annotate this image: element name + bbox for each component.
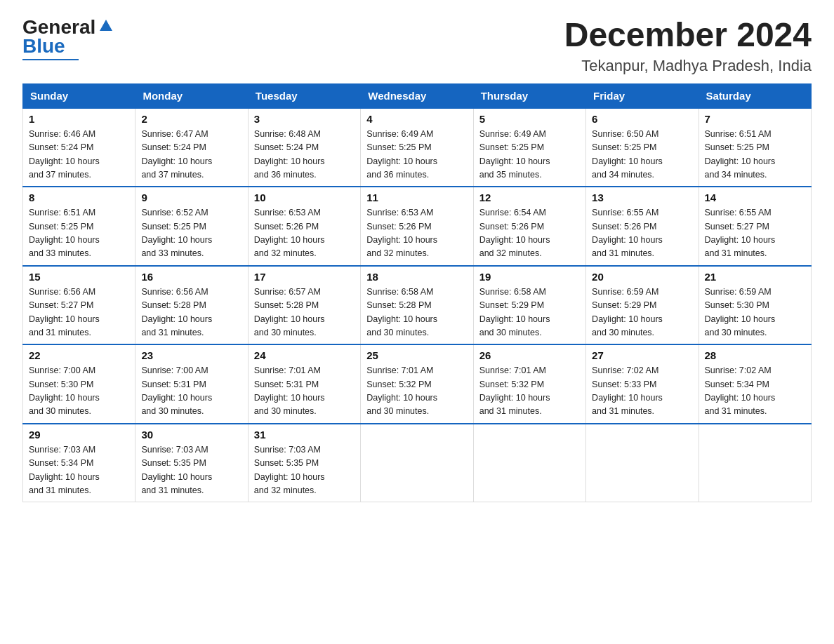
day-number: 20 <box>592 271 692 283</box>
day-info: Sunrise: 6:56 AM Sunset: 5:28 PM Dayligh… <box>141 286 241 340</box>
day-info: Sunrise: 6:46 AM Sunset: 5:24 PM Dayligh… <box>29 128 129 182</box>
calendar-cell: 10 Sunrise: 6:53 AM Sunset: 5:26 PM Dayl… <box>248 187 360 266</box>
calendar-cell: 19 Sunrise: 6:58 AM Sunset: 5:29 PM Dayl… <box>473 266 585 345</box>
day-number: 25 <box>366 349 467 361</box>
logo-blue-text: Blue <box>22 36 65 58</box>
calendar-cell: 20 Sunrise: 6:59 AM Sunset: 5:29 PM Dayl… <box>586 266 699 345</box>
day-info: Sunrise: 6:51 AM Sunset: 5:25 PM Dayligh… <box>705 128 805 182</box>
day-info: Sunrise: 7:01 AM Sunset: 5:32 PM Dayligh… <box>479 364 580 419</box>
title-block: December 2024 Tekanpur, Madhya Pradesh, … <box>564 17 812 75</box>
calendar-cell <box>361 424 473 502</box>
calendar-cell: 3 Sunrise: 6:48 AM Sunset: 5:24 PM Dayli… <box>248 108 360 187</box>
calendar-cell <box>586 424 699 502</box>
calendar-cell: 23 Sunrise: 7:00 AM Sunset: 5:31 PM Dayl… <box>135 344 248 424</box>
day-info: Sunrise: 7:03 AM Sunset: 5:34 PM Dayligh… <box>29 443 129 498</box>
day-of-week-header-tuesday: Tuesday <box>248 83 360 108</box>
calendar-cell: 6 Sunrise: 6:50 AM Sunset: 5:25 PM Dayli… <box>586 108 699 187</box>
calendar-week-row: 1 Sunrise: 6:46 AM Sunset: 5:24 PM Dayli… <box>23 108 812 187</box>
calendar-header-row: SundayMondayTuesdayWednesdayThursdayFrid… <box>23 83 812 108</box>
calendar-cell: 4 Sunrise: 6:49 AM Sunset: 5:25 PM Dayli… <box>361 108 473 187</box>
calendar-cell: 14 Sunrise: 6:55 AM Sunset: 5:27 PM Dayl… <box>699 187 811 266</box>
calendar-cell: 7 Sunrise: 6:51 AM Sunset: 5:25 PM Dayli… <box>699 108 811 187</box>
calendar-cell: 28 Sunrise: 7:02 AM Sunset: 5:34 PM Dayl… <box>699 344 811 424</box>
day-info: Sunrise: 6:55 AM Sunset: 5:27 PM Dayligh… <box>705 206 805 261</box>
day-number: 7 <box>705 113 805 125</box>
header: General Blue December 2024 Tekanpur, Mad… <box>22 17 812 75</box>
day-info: Sunrise: 6:54 AM Sunset: 5:26 PM Dayligh… <box>479 206 580 261</box>
day-number: 18 <box>366 271 467 283</box>
day-number: 6 <box>592 113 692 125</box>
day-info: Sunrise: 6:51 AM Sunset: 5:25 PM Dayligh… <box>29 206 129 261</box>
page-title: December 2024 <box>564 17 812 54</box>
day-number: 16 <box>141 271 241 283</box>
day-info: Sunrise: 6:55 AM Sunset: 5:26 PM Dayligh… <box>592 206 692 261</box>
calendar-cell: 12 Sunrise: 6:54 AM Sunset: 5:26 PM Dayl… <box>473 187 585 266</box>
day-number: 10 <box>254 192 355 203</box>
day-of-week-header-sunday: Sunday <box>23 83 135 108</box>
day-of-week-header-thursday: Thursday <box>473 83 585 108</box>
calendar-cell: 9 Sunrise: 6:52 AM Sunset: 5:25 PM Dayli… <box>135 187 248 266</box>
day-info: Sunrise: 6:47 AM Sunset: 5:24 PM Dayligh… <box>141 128 241 182</box>
calendar-table: SundayMondayTuesdayWednesdayThursdayFrid… <box>22 83 812 503</box>
day-number: 3 <box>254 113 355 125</box>
day-info: Sunrise: 6:49 AM Sunset: 5:25 PM Dayligh… <box>366 128 467 182</box>
day-info: Sunrise: 7:00 AM Sunset: 5:31 PM Dayligh… <box>141 364 241 419</box>
day-number: 28 <box>705 349 805 361</box>
page-subtitle: Tekanpur, Madhya Pradesh, India <box>564 57 812 75</box>
calendar-cell: 1 Sunrise: 6:46 AM Sunset: 5:24 PM Dayli… <box>23 108 135 187</box>
day-number: 23 <box>141 349 241 361</box>
day-info: Sunrise: 6:48 AM Sunset: 5:24 PM Dayligh… <box>254 128 355 182</box>
day-info: Sunrise: 7:01 AM Sunset: 5:31 PM Dayligh… <box>254 364 355 419</box>
day-number: 29 <box>29 429 129 441</box>
calendar-cell: 24 Sunrise: 7:01 AM Sunset: 5:31 PM Dayl… <box>248 344 360 424</box>
day-info: Sunrise: 6:53 AM Sunset: 5:26 PM Dayligh… <box>254 206 355 261</box>
day-info: Sunrise: 6:52 AM Sunset: 5:25 PM Dayligh… <box>141 206 241 261</box>
day-number: 22 <box>29 349 129 361</box>
day-of-week-header-wednesday: Wednesday <box>361 83 473 108</box>
day-info: Sunrise: 7:03 AM Sunset: 5:35 PM Dayligh… <box>254 443 355 498</box>
day-number: 15 <box>29 271 129 283</box>
day-number: 27 <box>592 349 692 361</box>
calendar-cell: 16 Sunrise: 6:56 AM Sunset: 5:28 PM Dayl… <box>135 266 248 345</box>
calendar-cell: 15 Sunrise: 6:56 AM Sunset: 5:27 PM Dayl… <box>23 266 135 345</box>
day-number: 9 <box>141 192 241 203</box>
calendar-week-row: 8 Sunrise: 6:51 AM Sunset: 5:25 PM Dayli… <box>23 187 812 266</box>
calendar-cell <box>699 424 811 502</box>
calendar-week-row: 29 Sunrise: 7:03 AM Sunset: 5:34 PM Dayl… <box>23 424 812 502</box>
logo: General Blue <box>22 17 114 60</box>
day-info: Sunrise: 7:02 AM Sunset: 5:34 PM Dayligh… <box>705 364 805 419</box>
calendar-week-row: 22 Sunrise: 7:00 AM Sunset: 5:30 PM Dayl… <box>23 344 812 424</box>
calendar-cell: 26 Sunrise: 7:01 AM Sunset: 5:32 PM Dayl… <box>473 344 585 424</box>
day-info: Sunrise: 6:58 AM Sunset: 5:29 PM Dayligh… <box>479 286 580 340</box>
day-number: 19 <box>479 271 580 283</box>
day-of-week-header-monday: Monday <box>135 83 248 108</box>
day-number: 24 <box>254 349 355 361</box>
logo-underline <box>22 59 79 60</box>
calendar-cell: 21 Sunrise: 6:59 AM Sunset: 5:30 PM Dayl… <box>699 266 811 345</box>
day-number: 13 <box>592 192 692 203</box>
day-number: 4 <box>366 113 467 125</box>
day-info: Sunrise: 7:01 AM Sunset: 5:32 PM Dayligh… <box>366 364 467 419</box>
calendar-cell <box>473 424 585 502</box>
day-info: Sunrise: 7:00 AM Sunset: 5:30 PM Dayligh… <box>29 364 129 419</box>
day-number: 5 <box>479 113 580 125</box>
calendar-cell: 2 Sunrise: 6:47 AM Sunset: 5:24 PM Dayli… <box>135 108 248 187</box>
day-info: Sunrise: 6:59 AM Sunset: 5:29 PM Dayligh… <box>592 286 692 340</box>
day-number: 31 <box>254 429 355 441</box>
calendar-cell: 18 Sunrise: 6:58 AM Sunset: 5:28 PM Dayl… <box>361 266 473 345</box>
day-info: Sunrise: 7:03 AM Sunset: 5:35 PM Dayligh… <box>141 443 241 498</box>
day-number: 1 <box>29 113 129 125</box>
day-info: Sunrise: 6:50 AM Sunset: 5:25 PM Dayligh… <box>592 128 692 182</box>
day-info: Sunrise: 6:59 AM Sunset: 5:30 PM Dayligh… <box>705 286 805 340</box>
calendar-cell: 11 Sunrise: 6:53 AM Sunset: 5:26 PM Dayl… <box>361 187 473 266</box>
day-info: Sunrise: 6:58 AM Sunset: 5:28 PM Dayligh… <box>366 286 467 340</box>
page: General Blue December 2024 Tekanpur, Mad… <box>0 0 834 525</box>
day-number: 26 <box>479 349 580 361</box>
calendar-cell: 31 Sunrise: 7:03 AM Sunset: 5:35 PM Dayl… <box>248 424 360 502</box>
day-of-week-header-saturday: Saturday <box>699 83 811 108</box>
day-info: Sunrise: 7:02 AM Sunset: 5:33 PM Dayligh… <box>592 364 692 419</box>
calendar-cell: 27 Sunrise: 7:02 AM Sunset: 5:33 PM Dayl… <box>586 344 699 424</box>
calendar-cell: 17 Sunrise: 6:57 AM Sunset: 5:28 PM Dayl… <box>248 266 360 345</box>
calendar-cell: 13 Sunrise: 6:55 AM Sunset: 5:26 PM Dayl… <box>586 187 699 266</box>
calendar-cell: 30 Sunrise: 7:03 AM Sunset: 5:35 PM Dayl… <box>135 424 248 502</box>
